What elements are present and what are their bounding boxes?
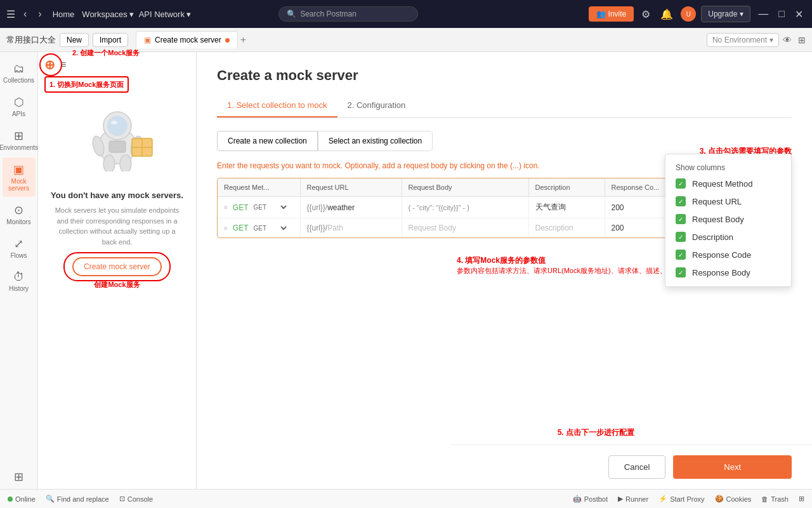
search-placeholder: Search Postman	[300, 10, 357, 18]
runner-icon: ▶	[618, 495, 623, 503]
sidebar-item-apis[interactable]: ⬡ APIs	[3, 90, 36, 123]
row1-desc-cell[interactable]: 天气查询	[528, 197, 605, 218]
env-view-button[interactable]: 👁	[783, 35, 792, 45]
next-button[interactable]: Next	[673, 455, 792, 479]
sidebar-item-flows[interactable]: ⤢ Flows	[3, 232, 36, 264]
add-icon-button[interactable]: ⊕	[44, 58, 55, 71]
close-button[interactable]: ✕	[792, 6, 806, 23]
mock-servers-label: Mock servers	[5, 178, 33, 192]
row1-body-cell[interactable]: { - "city": "{{city}}" - }	[402, 197, 528, 218]
environments-icon: ⊞	[14, 129, 23, 143]
annotation-1: 1. 切换到Mock服务页面	[49, 81, 124, 88]
proxy-icon: ⚡	[658, 495, 667, 503]
check-icon-response-code: ✓	[676, 250, 686, 260]
dropdown-item-response-body[interactable]: ✓ Response Body	[665, 264, 791, 281]
dropdown-item-body[interactable]: ✓ Request Body	[665, 210, 791, 228]
sidebar-item-collections[interactable]: 🗂 Collections	[3, 57, 36, 89]
columns-dropdown: Show columns ✓ Request Method ✓ Request …	[665, 154, 792, 287]
mock-empty-title: You don't have any mock servers.	[51, 190, 183, 200]
svg-point-3	[111, 121, 117, 124]
server-icon: ▣	[144, 36, 151, 44]
main-layout: 🗂 Collections ⬡ APIs ⊞ Environments ▣ Mo…	[0, 52, 812, 489]
postbot-item[interactable]: 🤖 Postbot	[573, 495, 608, 503]
astronaut-illustration	[76, 102, 159, 171]
start-proxy-item[interactable]: ⚡ Start Proxy	[658, 495, 704, 503]
upgrade-button[interactable]: Upgrade ▾	[701, 6, 750, 22]
avatar[interactable]: U	[681, 6, 696, 22]
dropdown-item-description[interactable]: ✓ Description	[665, 228, 791, 246]
notifications-icon[interactable]: 🔔	[658, 6, 676, 23]
row1-url-cell[interactable]: {{url}}/weather	[300, 197, 402, 218]
create-mock-button[interactable]: Create mock server	[72, 257, 162, 276]
collections-icon: 🗂	[13, 62, 25, 76]
tab-create-mock-server[interactable]: ▣ Create mock server	[136, 31, 238, 48]
topbar-right: 👥 Invite ⚙ 🔔 U Upgrade ▾ — □ ✕	[589, 6, 806, 23]
step-1[interactable]: 1. Select collection to mock	[217, 94, 337, 117]
environments-label: Environments	[0, 144, 38, 151]
sidebar-item-mock-servers[interactable]: ▣ Mock servers	[3, 157, 36, 197]
settings-icon[interactable]: ⚙	[639, 6, 653, 23]
topbar: ☰ ‹ › Home Workspaces ▾ API Network ▾ 🔍 …	[0, 0, 812, 28]
check-icon-body: ✓	[676, 214, 686, 224]
step-2[interactable]: 2. Configuration	[337, 94, 416, 117]
home-link[interactable]: Home	[53, 10, 75, 19]
collection-tabs: Create a new collection Select an existi…	[217, 131, 792, 151]
cancel-button[interactable]: Cancel	[608, 455, 665, 479]
flows-icon: ⤢	[14, 237, 23, 251]
row2-body-cell[interactable]: Request Body	[402, 218, 528, 238]
console-item[interactable]: ⊡ Console	[119, 495, 153, 503]
new-tab-button[interactable]: +	[238, 34, 249, 46]
sidebar-item-history[interactable]: ⏱ History	[3, 265, 36, 297]
check-icon-url: ✓	[676, 196, 686, 206]
method-select-row1[interactable]: GETPOSTPUTDELETE	[251, 203, 289, 211]
cookies-item[interactable]: 🍪 Cookies	[715, 495, 752, 503]
row2-url-cell[interactable]: {{url}}/Path	[300, 218, 402, 238]
row2-code-cell[interactable]: 200	[605, 218, 668, 238]
row2-desc-cell[interactable]: Description	[528, 218, 605, 238]
mock-empty-state: You don't have any mock servers. Mock se…	[44, 178, 190, 302]
th-response-code: Response Co...	[605, 178, 668, 197]
tab-existing-collection[interactable]: Select an existing collection	[318, 131, 433, 151]
sidebar-item-monitors[interactable]: ⊙ Monitors	[3, 198, 36, 231]
trash-item[interactable]: 🗑 Trash	[761, 495, 789, 503]
online-status[interactable]: Online	[8, 495, 36, 503]
back-button[interactable]: ‹	[20, 7, 30, 21]
svg-point-2	[107, 116, 128, 136]
minimize-button[interactable]: —	[756, 6, 771, 22]
search-icon-small: 🔍	[46, 495, 55, 503]
statusbar: Online 🔍 Find and replace ⊡ Console 🤖 Po…	[0, 489, 812, 508]
new-button[interactable]: New	[60, 33, 89, 47]
forward-button[interactable]: ›	[35, 7, 44, 21]
method-select-row2[interactable]: GETPOSTPUTDELETE	[251, 224, 289, 232]
th-method: Request Met...	[218, 178, 300, 197]
dropdown-item-method[interactable]: ✓ Request Method	[665, 175, 791, 192]
workspaces-dropdown[interactable]: Workspaces ▾	[82, 10, 133, 19]
find-replace[interactable]: 🔍 Find and replace	[46, 495, 109, 503]
row1-code-cell[interactable]: 200	[605, 197, 668, 218]
dropdown-item-response-code[interactable]: ✓ Response Code	[665, 246, 791, 264]
annotation-5: 5. 点击下一步进行配置	[558, 427, 634, 438]
workspace-more-button[interactable]: ⊞	[798, 35, 806, 45]
list-icon-button[interactable]: ≡	[60, 59, 66, 70]
annotation-2: 2. 创建一个Mock服务	[72, 48, 140, 58]
tab-new-collection[interactable]: Create a new collection	[217, 131, 318, 151]
maximize-button[interactable]: □	[776, 6, 787, 22]
dropdown-item-url[interactable]: ✓ Request URL	[665, 192, 791, 210]
tab-label: Create mock server	[155, 36, 221, 44]
sidebar-item-explore[interactable]: ⊞	[3, 465, 36, 489]
environment-selector[interactable]: No Environment ▾	[707, 33, 779, 47]
runner-item[interactable]: ▶ Runner	[618, 495, 648, 503]
import-button[interactable]: Import	[93, 33, 128, 47]
invite-button[interactable]: 👥 Invite	[589, 6, 634, 22]
api-network-dropdown[interactable]: API Network ▾	[139, 10, 191, 19]
apis-label: APIs	[12, 110, 25, 117]
create-mock-header: Create a mock server	[197, 52, 812, 84]
sidebar-item-environments[interactable]: ⊞ Environments	[3, 124, 36, 156]
menu-icon[interactable]: ☰	[6, 8, 15, 20]
collections-label: Collections	[3, 77, 34, 84]
grid-item[interactable]: ⊞	[799, 495, 804, 503]
th-url: Request URL	[300, 178, 402, 197]
trash-icon: 🗑	[761, 495, 768, 503]
search-bar[interactable]: 🔍 Search Postman	[278, 6, 418, 22]
check-icon-response-body: ✓	[676, 267, 686, 277]
